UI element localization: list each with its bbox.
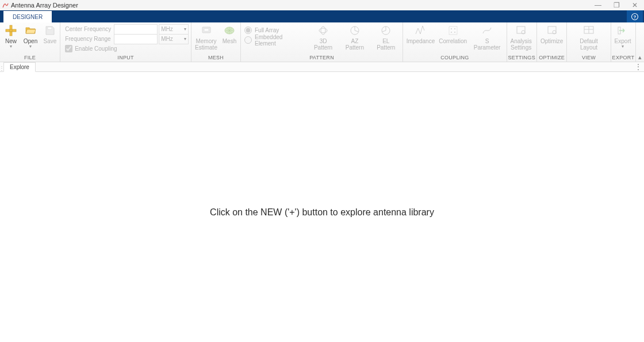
svg-rect-6 (48, 27, 52, 29)
s-parameter-label: S Parameter (471, 38, 503, 51)
document-tab-bar: ⋮ Explore ⋮ (0, 62, 644, 72)
center-frequency-input[interactable] (114, 24, 158, 35)
optimize-label: Optimize (540, 38, 563, 44)
correlation-button[interactable]: Correlation (437, 23, 469, 44)
unit-caret-icon-2: ▾ (184, 37, 186, 41)
impedance-icon (414, 24, 427, 37)
collapse-caret-icon: ▴ (638, 54, 642, 61)
plus-icon (5, 24, 17, 37)
el-pattern-label: EL Pattern (373, 38, 399, 51)
center-frequency-unit-value: MHz (161, 26, 173, 32)
tab-more-button[interactable]: ⋮ (635, 62, 642, 71)
minimize-button[interactable]: — (589, 0, 607, 10)
help-button[interactable]: ? (627, 10, 643, 22)
memory-estimate-button[interactable]: Memory Estimate (193, 23, 220, 51)
frequency-range-input[interactable] (114, 34, 158, 44)
embedded-element-label: Embedded Element (255, 34, 304, 47)
maximize-button[interactable]: ❐ (607, 0, 626, 10)
el-pattern-button[interactable]: EL Pattern (370, 23, 401, 51)
tab-designer[interactable]: DESIGNER (3, 11, 52, 22)
mesh-icon (223, 24, 236, 37)
frequency-range-label: Frequency Range (65, 36, 114, 42)
svg-point-17 (451, 32, 452, 33)
canvas-empty-message: Click on the NEW ('+') button to explore… (210, 207, 434, 218)
analysis-settings-button[interactable]: Analysis Settings (508, 23, 534, 51)
enable-coupling-checkbox[interactable] (65, 45, 72, 52)
svg-rect-21 (548, 26, 556, 33)
center-frequency-label: Center Frequency (65, 26, 114, 32)
frequency-range-unit-value: MHz (161, 36, 173, 42)
group-label-coupling: COUPLING (404, 55, 505, 62)
group-label-mesh: MESH (193, 55, 239, 62)
svg-point-18 (454, 32, 455, 33)
el-pattern-icon (379, 24, 392, 37)
svg-point-10 (319, 28, 327, 33)
group-label-export: EXPORT (612, 55, 635, 62)
default-layout-button[interactable]: Default Layout (568, 23, 609, 51)
3d-pattern-icon (317, 24, 329, 37)
optimize-icon (546, 24, 558, 37)
ribbon-toolbar: New ▾ Open ▾ Save FILE Ce (0, 22, 644, 62)
impedance-label: Impedance (407, 38, 435, 44)
svg-rect-19 (517, 26, 525, 33)
export-button[interactable]: Export ▾ (612, 23, 634, 49)
export-icon (616, 24, 629, 37)
correlation-label: Correlation (439, 38, 467, 44)
layout-icon (582, 24, 595, 37)
export-caret-icon: ▾ (622, 44, 624, 49)
group-label-view: VIEW (568, 55, 609, 62)
new-caret-icon: ▾ (10, 44, 12, 49)
new-button[interactable]: New ▾ (1, 23, 21, 49)
mesh-label: Mesh (223, 38, 236, 44)
memory-estimate-label: Memory Estimate (195, 38, 217, 51)
tab-explore[interactable]: Explore (3, 62, 36, 72)
group-label-file: FILE (1, 55, 59, 62)
ribbon-collapse-button[interactable]: ▴ (636, 22, 644, 62)
analysis-settings-icon (515, 24, 527, 37)
close-button[interactable]: ✕ (626, 0, 644, 10)
svg-rect-8 (204, 29, 209, 31)
s-parameter-icon (481, 24, 493, 37)
mesh-button[interactable]: Mesh (220, 23, 239, 44)
svg-rect-14 (449, 26, 457, 35)
svg-point-16 (454, 28, 455, 29)
unit-caret-icon: ▾ (184, 27, 186, 32)
3d-pattern-button[interactable]: 3D Pattern (308, 23, 339, 51)
open-caret-icon: ▾ (29, 44, 32, 49)
save-button[interactable]: Save (40, 23, 60, 44)
enable-coupling-label: Enable Coupling (75, 45, 117, 52)
az-pattern-button[interactable]: AZ Pattern (339, 23, 370, 51)
open-button[interactable]: Open ▾ (21, 23, 40, 49)
save-icon (44, 24, 56, 37)
impedance-button[interactable]: Impedance (404, 23, 436, 44)
default-layout-label: Default Layout (570, 38, 607, 51)
folder-open-icon (24, 24, 37, 37)
analysis-settings-label: Analysis Settings (511, 38, 532, 51)
svg-point-11 (321, 26, 325, 35)
optimize-button[interactable]: Optimize (538, 23, 565, 44)
svg-rect-3 (6, 29, 16, 32)
svg-point-15 (451, 28, 452, 29)
az-pattern-icon (348, 24, 361, 37)
correlation-icon (447, 24, 459, 37)
app-logo-icon (2, 2, 9, 9)
3d-pattern-label: 3D Pattern (310, 38, 337, 51)
memory-estimate-icon (200, 24, 213, 37)
save-label: Save (44, 38, 57, 44)
group-label-optimize: OPTIMIZE (538, 55, 565, 62)
embedded-element-radio[interactable]: Embedded Element (244, 35, 304, 45)
s-parameter-button[interactable]: S Parameter (469, 23, 505, 51)
group-label-pattern: PATTERN (242, 55, 401, 62)
group-label-input: INPUT (62, 55, 190, 62)
window-title-bar: Antenna Array Designer — ❐ ✕ (0, 0, 644, 10)
az-pattern-label: AZ Pattern (341, 38, 368, 51)
tab-strip: DESIGNER ? (0, 10, 644, 22)
full-array-label: Full Array (255, 27, 279, 33)
window-title: Antenna Array Designer (11, 2, 78, 9)
frequency-range-unit-select[interactable]: MHz ▾ (159, 34, 189, 44)
group-label-settings: SETTINGS (508, 55, 535, 62)
canvas-area: Click on the NEW ('+') button to explore… (0, 72, 644, 342)
center-frequency-unit-select[interactable]: MHz ▾ (159, 24, 189, 35)
svg-text:?: ? (634, 14, 637, 20)
